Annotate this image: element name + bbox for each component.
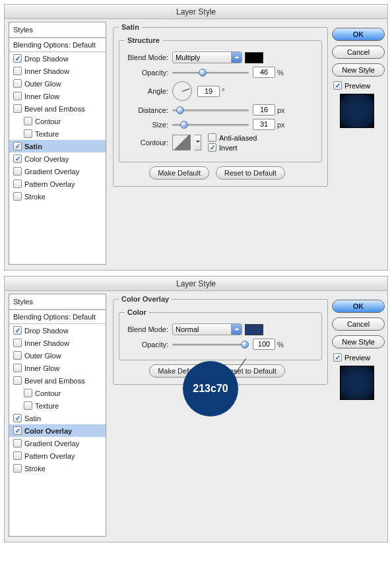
checkbox-icon[interactable]: [13, 79, 22, 88]
angle-label: Angle:: [125, 87, 172, 95]
blending-options[interactable]: Blending Options: Default: [9, 38, 106, 52]
distance-slider[interactable]: [172, 106, 249, 115]
style-item[interactable]: Inner Shadow: [9, 337, 106, 349]
checkbox-icon[interactable]: [13, 414, 22, 422]
distance-label: Distance:: [125, 106, 172, 114]
size-input[interactable]: 31: [253, 119, 275, 130]
style-item[interactable]: Pattern Overlay: [9, 449, 106, 462]
color-swatch[interactable]: [245, 324, 263, 335]
styles-header[interactable]: Styles: [9, 22, 106, 38]
style-item[interactable]: Contour: [9, 387, 106, 399]
style-item[interactable]: Stroke: [9, 462, 106, 475]
contour-picker[interactable]: [172, 135, 191, 150]
style-item-label: Color Overlay: [24, 427, 72, 435]
blend-mode-select[interactable]: Multiply: [172, 51, 242, 63]
checkbox-icon[interactable]: [24, 401, 32, 410]
blend-mode-select[interactable]: Normal: [172, 323, 242, 335]
checkbox-icon[interactable]: [13, 339, 22, 347]
unit-label: px: [277, 121, 285, 129]
style-item[interactable]: Color Overlay: [9, 152, 106, 165]
checkbox-icon[interactable]: [13, 464, 22, 473]
style-item[interactable]: Gradient Overlay: [9, 437, 106, 449]
style-item-label: Bevel and Emboss: [24, 377, 85, 385]
anti-aliased-checkbox[interactable]: [208, 133, 216, 142]
preview-checkbox[interactable]: [333, 81, 342, 90]
style-item[interactable]: Texture: [9, 127, 106, 140]
checkbox-icon[interactable]: [13, 142, 22, 150]
checkbox-icon[interactable]: [13, 364, 22, 372]
angle-dial[interactable]: [172, 81, 192, 101]
opacity-slider[interactable]: [172, 340, 249, 349]
style-item[interactable]: Inner Glow: [9, 90, 106, 102]
opacity-input[interactable]: 46: [253, 67, 275, 78]
style-item-label: Drop Shadow: [24, 55, 69, 63]
ok-button[interactable]: OK: [332, 300, 385, 313]
opacity-input[interactable]: 100: [253, 339, 275, 350]
checkbox-icon[interactable]: [13, 326, 22, 335]
cancel-button[interactable]: Cancel: [332, 317, 385, 331]
style-item[interactable]: Outer Glow: [9, 77, 106, 90]
checkbox-icon[interactable]: [13, 104, 22, 113]
style-item-label: Contour: [35, 389, 61, 397]
opacity-label: Opacity:: [125, 69, 172, 77]
style-item-label: Stroke: [24, 465, 46, 473]
reset-default-button[interactable]: Reset to Default: [216, 166, 285, 180]
checkbox-icon[interactable]: [13, 54, 22, 63]
style-item[interactable]: Bevel and Emboss: [9, 374, 106, 387]
checkbox-icon[interactable]: [13, 154, 22, 163]
style-item[interactable]: Drop Shadow: [9, 324, 106, 337]
checkbox-icon[interactable]: [13, 376, 22, 385]
checkbox-icon[interactable]: [13, 351, 22, 360]
blend-mode-label: Blend Mode:: [125, 53, 172, 61]
checkbox-icon[interactable]: [24, 389, 32, 397]
style-item[interactable]: Stroke: [9, 190, 106, 203]
style-item-label: Inner Glow: [24, 364, 59, 372]
dialog-buttons: OKCancelNew StylePreview: [331, 22, 387, 265]
checkbox-icon[interactable]: [13, 426, 22, 435]
opacity-slider[interactable]: [172, 68, 249, 77]
style-item[interactable]: Satin: [9, 140, 106, 152]
angle-input[interactable]: 19: [197, 86, 220, 97]
size-slider[interactable]: [172, 120, 249, 129]
checkbox-icon[interactable]: [24, 117, 32, 125]
invert-label: Invert: [219, 144, 238, 152]
color-swatch[interactable]: [245, 52, 263, 63]
make-default-button[interactable]: Make Default: [149, 166, 209, 180]
style-item[interactable]: Drop Shadow: [9, 52, 106, 65]
preview-swatch: [340, 366, 374, 400]
blending-options[interactable]: Blending Options: Default: [9, 310, 106, 324]
checkbox-icon[interactable]: [13, 192, 22, 201]
style-item-label: Outer Glow: [24, 80, 61, 88]
checkbox-icon[interactable]: [13, 167, 22, 176]
new-style-button[interactable]: New Style: [332, 335, 385, 348]
style-item-label: Inner Shadow: [24, 339, 69, 347]
checkbox-icon[interactable]: [13, 439, 22, 447]
new-style-button[interactable]: New Style: [332, 63, 385, 77]
style-item[interactable]: Satin: [9, 412, 106, 424]
style-item[interactable]: Outer Glow: [9, 349, 106, 362]
styles-header[interactable]: Styles: [9, 294, 106, 310]
checkbox-icon[interactable]: [13, 451, 22, 460]
blend-mode-value: Multiply: [176, 53, 200, 61]
style-item-label: Outer Glow: [24, 352, 61, 360]
style-item[interactable]: Inner Shadow: [9, 65, 106, 77]
invert-checkbox[interactable]: [208, 143, 216, 152]
style-item[interactable]: Inner Glow: [9, 362, 106, 374]
checkbox-icon[interactable]: [24, 129, 32, 138]
style-item[interactable]: Color Overlay: [9, 424, 106, 437]
style-item[interactable]: Texture: [9, 399, 106, 412]
ok-button[interactable]: OK: [332, 28, 385, 41]
checkbox-icon[interactable]: [13, 180, 22, 188]
distance-input[interactable]: 16: [253, 104, 275, 116]
style-item[interactable]: Contour: [9, 115, 106, 127]
contour-dropdown-icon[interactable]: [195, 135, 201, 150]
style-item[interactable]: Bevel and Emboss: [9, 102, 106, 115]
style-item[interactable]: Pattern Overlay: [9, 178, 106, 190]
checkbox-icon[interactable]: [13, 67, 22, 75]
preview-checkbox[interactable]: [333, 353, 342, 362]
cancel-button[interactable]: Cancel: [332, 46, 385, 59]
style-item[interactable]: Gradient Overlay: [9, 165, 106, 178]
checkbox-icon[interactable]: [13, 92, 22, 100]
preview-label: Preview: [344, 82, 370, 90]
color-callout: 213c70: [183, 361, 238, 416]
